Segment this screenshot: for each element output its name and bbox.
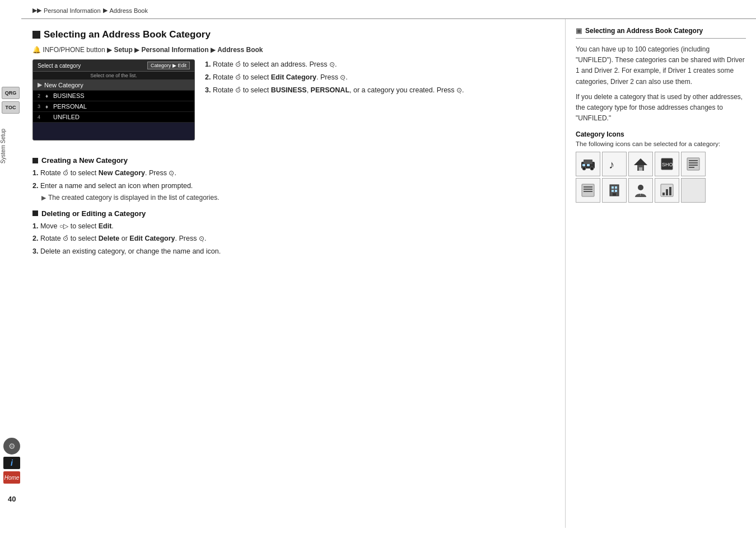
nav-personal-info: Personal Information [141,46,208,54]
bottom-icons: ⚙ i Home [3,438,20,484]
sub-heading-square-2 [32,210,38,216]
nav-arrow2: ▶ [134,46,141,54]
qrg-button[interactable]: QRG [2,87,20,99]
svg-rect-30 [662,193,665,195]
creating-note: ▶ The created category is displayed in t… [41,194,554,202]
creating-step-2: 2. Enter a name and select an icon when … [32,181,554,191]
deleting-step3-text: Delete an existing category, or change t… [40,247,221,255]
screen-mockup: Select a category Category ▶ Edit Select… [32,59,195,140]
cat-icon-car [576,152,600,176]
cat-icon-home [628,152,653,176]
breadcrumb-arrow2: ▶ [103,7,108,14]
right-section-icon: ▣ [576,27,582,35]
step-2: 2. Rotate ⊙̂ to select Edit Category. Pr… [205,72,464,83]
svg-rect-9 [639,167,642,171]
main-section-heading: Selecting an Address Book Category [32,29,554,40]
svg-rect-14 [689,162,698,163]
svg-rect-5 [587,164,590,166]
creating-note-text: The created category is displayed in the… [48,194,220,202]
cat-icon-empty [681,178,706,203]
info-icon[interactable]: i [3,457,20,469]
svg-point-2 [582,167,586,170]
deleting-step-2: 2. Rotate ⊙̂ to select Delete or Edit Ca… [32,233,554,244]
home-icon[interactable]: Home [3,471,20,484]
rotate-icon-c1: ⊙̂ [63,168,68,178]
svg-rect-24 [612,190,614,192]
svg-rect-23 [615,186,617,189]
rotate-icon-2: ⊙̂ [235,72,241,82]
cat-icon-list2 [576,178,600,203]
svg-rect-26 [613,193,616,196]
section-label: System Setup [0,129,18,163]
screen-item-business: 2 ♦ BUSINESS [33,91,194,101]
svg-point-27 [638,185,643,190]
breadcrumb: ▶▶ Personal Information ▶ Address Book [21,0,756,19]
svg-rect-1 [584,160,592,164]
breadcrumb-address-book: Address Book [110,7,148,14]
step-1: 1. Rotate ⊙̂ to select an address. Press… [205,59,464,70]
svg-rect-25 [615,190,617,192]
svg-text:SHOP: SHOP [662,162,675,167]
screen-header: Select a category Category ▶ Edit [33,60,194,72]
svg-rect-12 [687,158,699,170]
deleting-step-1: 1. Move ○▷ to select Edit. [32,221,554,232]
svg-rect-4 [582,164,585,166]
screen-subtitle: Select one of the list. [33,72,194,79]
enter-icon-3: ⊙̣ [456,85,462,95]
deleting-category-heading: Deleting or Editing a Category [32,209,554,218]
breadcrumb-personal-info: Personal Information [44,7,101,14]
svg-rect-19 [584,189,592,190]
creating-step2-text: Enter a name and select an icon when pro… [40,182,193,190]
screen-title: Select a category [38,63,81,69]
left-column: Selecting an Address Book Category 🔔 INF… [21,19,566,528]
cat-icon-chart [655,178,679,203]
main-content: ▶▶ Personal Information ▶ Address Book S… [21,0,756,534]
columns-layout: Selecting an Address Book Category 🔔 INF… [21,19,756,528]
cat-icon-person: ? [628,178,653,203]
cat-icon-music: ♪ [602,152,627,176]
enter-icon-1: ⊙̣ [329,59,335,69]
svg-rect-16 [689,167,694,168]
rotate-icon-3: ⊙̂ [235,85,241,95]
screen-items-list: ▶ New Category 2 ♦ BUSINESS 3 ♦ PERSONAL [33,79,194,123]
cat-icon-building [602,178,627,203]
step-3: 3. Rotate ⊙̂ to select BUSINESS, PERSONA… [205,85,464,96]
settings-icon[interactable]: ⚙ [3,438,20,455]
svg-rect-15 [689,165,698,166]
rotate-icon-d2: ⊙̂ [63,233,68,243]
screen-item-new-category: ▶ New Category [33,79,194,91]
main-heading-text: Selecting an Address Book Category [44,29,211,40]
creating-category-heading: Creating a New Category [32,156,554,165]
nav-line: 🔔 INFO/PHONE button ▶ Setup ▶ Personal I… [32,46,554,54]
svg-text:?: ? [639,190,642,196]
category-icons-grid: ♪ SHOP [576,152,746,203]
rotate-icon-1: ⊙̂ [235,59,241,69]
nav-button: INFO/PHONE button [43,46,105,54]
creating-step-1: 1. Rotate ⊙̂ to select New Category. Pre… [32,168,554,179]
enter-icon-c1: ⊙̣ [169,168,174,178]
category-icons-heading: Category Icons [576,130,746,138]
svg-rect-18 [584,186,592,188]
screen-edit-btn: Category ▶ Edit [147,62,190,69]
right-para1: You can have up to 100 categories (inclu… [576,44,746,124]
svg-rect-32 [669,187,671,195]
svg-rect-31 [666,189,668,195]
cat-icon-shop: SHOP [655,152,679,176]
screen-item-unfiled: 4 UNFILED [33,112,194,123]
svg-rect-20 [584,191,592,192]
nav-arrow3: ▶ [211,46,217,54]
right-column: ▣ Selecting an Address Book Category You… [566,19,756,528]
screen-item-personal: 3 ♦ PERSONAL [33,101,194,112]
right-heading-text: Selecting an Address Book Category [585,27,703,35]
nav-setup: Setup [114,46,132,54]
page-number: 40 [8,495,16,503]
svg-rect-13 [689,160,698,161]
heading-square-icon [32,31,40,39]
enter-icon-2: ⊙̣ [340,72,346,82]
deleting-step-3: 3. Delete an existing category, or chang… [32,246,554,257]
svg-rect-17 [582,184,594,196]
toc-button[interactable]: TOC [2,101,20,114]
nav-icon: 🔔 [32,46,43,54]
sub-heading-square-1 [32,158,38,163]
enter-icon-d2: ⊙̣ [199,233,204,243]
